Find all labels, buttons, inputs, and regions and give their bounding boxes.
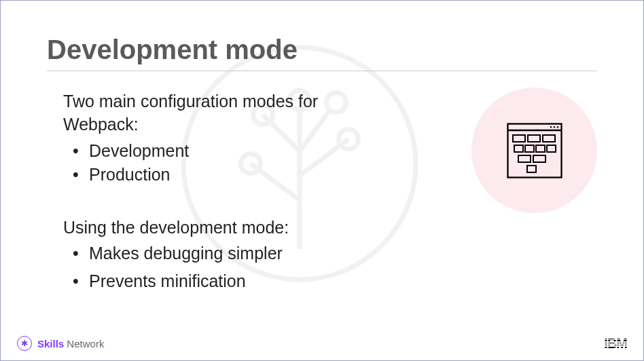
svg-rect-21 [525,145,534,152]
slide: Development mode Two main configuration … [1,1,643,360]
svg-point-14 [550,126,551,128]
svg-rect-23 [547,145,556,152]
brand-rest: Network [64,338,104,349]
section1-list: Development Production [73,139,373,187]
ibm-logo: IBM [604,336,627,352]
list-item: Production [73,163,373,187]
footer-brand-left: ✱ Skills Network [17,336,104,351]
svg-rect-17 [513,135,525,142]
decorative-circle [471,88,597,213]
svg-point-16 [556,126,558,128]
network-badge-icon: ✱ [17,336,32,351]
svg-rect-22 [536,145,545,152]
svg-rect-20 [514,145,523,152]
section2-list: Makes debugging simpler Prevents minific… [73,242,373,293]
slide-content: Two main configuration modes for Webpack… [47,90,373,293]
svg-rect-19 [543,135,555,142]
slide-title: Development mode [47,35,597,71]
section1-intro: Two main configuration modes for Webpack… [63,90,373,136]
svg-rect-26 [527,166,536,172]
browser-grid-icon [507,123,562,178]
list-item: Makes debugging simpler [73,242,373,265]
brand-bold: Skills [37,338,64,349]
footer-brand-text: Skills Network [37,338,104,349]
section2-intro: Using the development mode: [63,216,373,240]
svg-rect-18 [528,135,540,142]
svg-rect-24 [518,155,531,162]
svg-rect-25 [533,155,545,162]
list-item: Development [73,139,373,163]
list-item: Prevents minification [73,269,373,293]
svg-point-15 [553,126,554,128]
footer: ✱ Skills Network IBM [1,333,643,360]
